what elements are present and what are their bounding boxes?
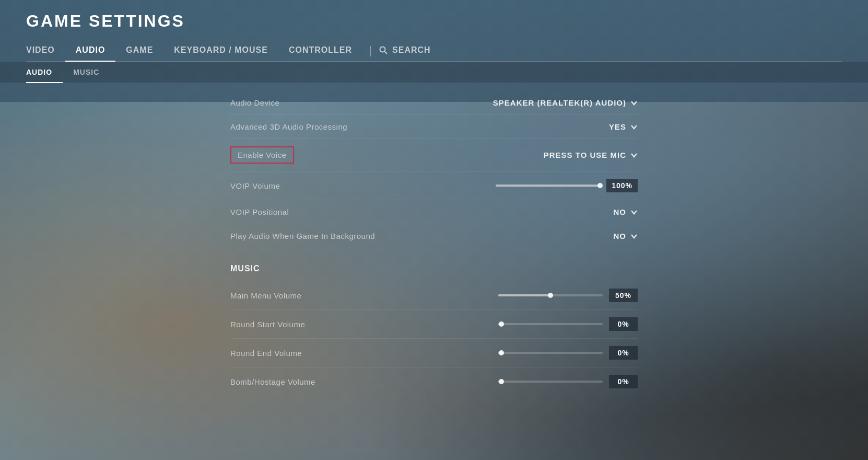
3d-audio-value: YES bbox=[609, 122, 626, 131]
setting-label-bomb-hostage-vol: Bomb/Hostage Volume bbox=[230, 377, 315, 386]
setting-control-3d-audio: YES bbox=[609, 122, 638, 131]
chevron-down-icon bbox=[630, 99, 638, 107]
chevron-down-icon bbox=[630, 123, 638, 131]
setting-control-bomb-hostage-vol: 0% bbox=[498, 375, 638, 388]
bomb-hostage-vol-thumb bbox=[499, 379, 504, 384]
bomb-hostage-vol-value: 0% bbox=[609, 375, 638, 388]
tab-video[interactable]: Video bbox=[26, 41, 65, 61]
setting-row-round-start-vol: Round Start Volume 0% bbox=[230, 310, 638, 339]
setting-label-3d-audio: Advanced 3D Audio Processing bbox=[230, 122, 347, 131]
round-end-vol-slider[interactable] bbox=[498, 352, 603, 354]
setting-label-voip-positional: VOIP Positional bbox=[230, 208, 289, 216]
svg-point-0 bbox=[380, 47, 385, 52]
play-audio-bg-dropdown[interactable]: NO bbox=[614, 232, 638, 240]
setting-row-voip-volume: VOIP Volume 100% bbox=[230, 171, 638, 200]
setting-label-round-end-vol: Round End Volume bbox=[230, 349, 302, 358]
setting-row-round-end-vol: Round End Volume 0% bbox=[230, 339, 638, 367]
search-button[interactable]: Search bbox=[379, 41, 431, 61]
audio-device-value: SPEAKER (REALTEK(R) AUDIO) bbox=[493, 98, 626, 107]
setting-control-voip-volume: 100% bbox=[496, 179, 638, 192]
search-icon bbox=[379, 45, 388, 55]
music-section-header: Music bbox=[230, 248, 638, 281]
setting-label-audio-device: Audio Device bbox=[230, 98, 279, 107]
bomb-hostage-vol-slider[interactable] bbox=[498, 381, 603, 383]
tab-controller[interactable]: Controller bbox=[278, 41, 362, 61]
setting-label-play-audio-bg: Play Audio When Game In Background bbox=[230, 232, 375, 240]
voip-volume-fill bbox=[496, 185, 600, 187]
setting-row-enable-voice: Enable Voice PRESS TO USE MIC bbox=[230, 139, 638, 171]
enable-voice-dropdown[interactable]: PRESS TO USE MIC bbox=[544, 151, 638, 159]
voip-positional-value: NO bbox=[614, 208, 627, 216]
setting-row-3d-audio: Advanced 3D Audio Processing YES bbox=[230, 115, 638, 139]
setting-control-main-menu-vol: 50% bbox=[498, 289, 638, 302]
setting-row-voip-positional: VOIP Positional NO bbox=[230, 200, 638, 224]
play-audio-bg-value: NO bbox=[614, 232, 627, 240]
setting-label-main-menu-vol: Main Menu Volume bbox=[230, 291, 301, 300]
setting-label-round-start-vol: Round Start Volume bbox=[230, 320, 305, 329]
round-start-vol-thumb bbox=[499, 321, 504, 327]
setting-control-play-audio-bg: NO bbox=[614, 232, 638, 240]
setting-row-audio-device: Audio Device SPEAKER (REALTEK(R) AUDIO) bbox=[230, 91, 638, 115]
page-title: GAME SETTINGS bbox=[26, 12, 842, 31]
header: GAME SETTINGS Video Audio Game Keyboard … bbox=[0, 0, 868, 62]
round-end-vol-thumb bbox=[499, 350, 504, 355]
voip-volume-thumb bbox=[597, 183, 603, 188]
setting-control-round-end-vol: 0% bbox=[498, 346, 638, 360]
voip-volume-value: 100% bbox=[606, 179, 638, 192]
chevron-down-icon bbox=[630, 233, 638, 240]
setting-control-round-start-vol: 0% bbox=[498, 317, 638, 331]
settings-content: Audio Device SPEAKER (REALTEK(R) AUDIO) … bbox=[0, 83, 868, 460]
settings-list: Audio Device SPEAKER (REALTEK(R) AUDIO) … bbox=[230, 83, 638, 404]
setting-control-voip-positional: NO bbox=[614, 208, 638, 216]
sub-tab-audio[interactable]: Audio bbox=[26, 62, 63, 83]
voip-positional-dropdown[interactable]: NO bbox=[614, 208, 638, 216]
nav-divider bbox=[370, 46, 371, 56]
setting-row-main-menu-vol: Main Menu Volume 50% bbox=[230, 281, 638, 310]
setting-row-play-audio-bg: Play Audio When Game In Background NO bbox=[230, 224, 638, 248]
round-end-vol-value: 0% bbox=[609, 346, 638, 360]
chevron-down-icon bbox=[630, 152, 638, 159]
voip-volume-slider[interactable] bbox=[496, 185, 600, 187]
main-menu-vol-thumb bbox=[548, 293, 553, 298]
search-label: Search bbox=[392, 45, 431, 55]
enable-voice-value: PRESS TO USE MIC bbox=[544, 151, 626, 159]
setting-control-enable-voice: PRESS TO USE MIC bbox=[544, 151, 638, 159]
setting-label-voip-volume: VOIP Volume bbox=[230, 181, 280, 190]
sub-nav: Audio Music bbox=[0, 62, 868, 83]
tab-game[interactable]: Game bbox=[115, 41, 163, 61]
main-menu-vol-value: 50% bbox=[609, 289, 638, 302]
main-nav: Video Audio Game Keyboard / Mouse Contro… bbox=[26, 41, 842, 62]
audio-device-dropdown[interactable]: SPEAKER (REALTEK(R) AUDIO) bbox=[493, 98, 638, 107]
setting-row-bomb-hostage-vol: Bomb/Hostage Volume 0% bbox=[230, 367, 638, 396]
setting-control-audio-device: SPEAKER (REALTEK(R) AUDIO) bbox=[493, 98, 638, 107]
svg-line-1 bbox=[385, 52, 388, 54]
chevron-down-icon bbox=[630, 209, 638, 216]
round-start-vol-value: 0% bbox=[609, 317, 638, 331]
main-menu-vol-slider[interactable] bbox=[498, 294, 603, 296]
sub-tab-music[interactable]: Music bbox=[63, 62, 110, 83]
setting-label-enable-voice: Enable Voice bbox=[230, 146, 294, 164]
tab-audio[interactable]: Audio bbox=[65, 41, 116, 61]
round-start-vol-slider[interactable] bbox=[498, 323, 603, 325]
3d-audio-dropdown[interactable]: YES bbox=[609, 122, 638, 131]
tab-keyboard-mouse[interactable]: Keyboard / Mouse bbox=[163, 41, 278, 61]
main-menu-vol-fill bbox=[498, 294, 550, 296]
